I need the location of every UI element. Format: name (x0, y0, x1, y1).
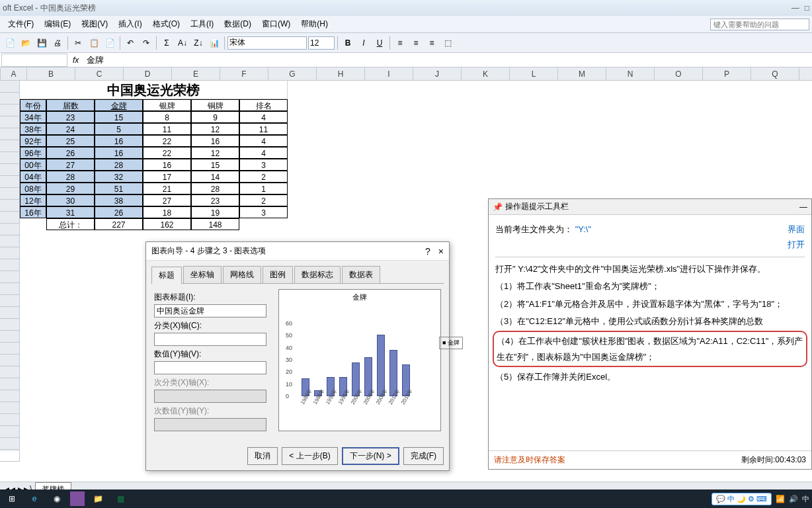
paste-icon[interactable]: 📄 (102, 36, 117, 50)
minimize-icon[interactable]: — (792, 3, 799, 13)
col-header-Q[interactable]: Q (751, 67, 799, 80)
tab-legend[interactable]: 图例 (263, 266, 293, 283)
print-icon[interactable]: 🖨 (50, 36, 65, 50)
data-cell[interactable]: 3 (239, 206, 288, 218)
total-cell[interactable]: 162 (143, 218, 191, 230)
sort-desc-icon[interactable]: Z↓ (191, 36, 206, 50)
row-header[interactable] (0, 271, 20, 283)
row-header[interactable] (0, 212, 20, 224)
data-cell[interactable]: 38年 (20, 123, 46, 135)
menu-file[interactable]: 文件(F) (3, 17, 39, 32)
dialog-help-icon[interactable]: ? (425, 246, 430, 257)
menu-view[interactable]: 视图(V) (76, 17, 113, 32)
merge-icon[interactable]: ⬚ (440, 36, 455, 50)
data-cell[interactable]: 4 (239, 147, 288, 159)
font-name-select[interactable] (227, 36, 307, 50)
start-icon[interactable]: ⊞ (3, 491, 21, 507)
col-header-P[interactable]: P (703, 67, 751, 80)
chart-title-input[interactable] (154, 304, 266, 318)
bold-icon[interactable]: B (341, 36, 355, 50)
row-header[interactable] (0, 200, 20, 212)
ime-badge[interactable]: 中 (802, 494, 809, 504)
row-header[interactable] (0, 450, 20, 462)
header-cell[interactable]: 银牌 (143, 99, 191, 111)
col-header-B[interactable]: B (27, 67, 75, 80)
header-cell[interactable]: 排名 (239, 99, 288, 111)
col-header-I[interactable]: I (365, 67, 413, 80)
data-cell[interactable]: 38 (95, 194, 143, 206)
data-cell[interactable]: 1 (239, 183, 288, 194)
data-cell[interactable]: 92年 (20, 135, 46, 147)
help-search-input[interactable] (710, 19, 809, 30)
data-cell[interactable]: 2 (239, 171, 288, 183)
data-cell[interactable]: 12 (191, 123, 239, 135)
data-cell[interactable]: 2 (239, 194, 288, 206)
col-header-E[interactable]: E (172, 67, 220, 80)
header-cell[interactable]: 年份 (20, 99, 46, 111)
row-header[interactable] (0, 140, 20, 152)
tab-gridlines[interactable]: 网格线 (223, 266, 261, 283)
data-cell[interactable]: 15 (191, 159, 239, 171)
data-cell[interactable]: 27 (143, 194, 191, 206)
menu-insert[interactable]: 插入(I) (113, 17, 147, 32)
row-header[interactable] (0, 331, 20, 343)
tab-axes[interactable]: 坐标轴 (183, 266, 222, 283)
data-cell[interactable]: 16 (95, 147, 143, 159)
row-header[interactable] (0, 116, 20, 128)
row-header[interactable] (0, 93, 20, 105)
row-header[interactable] (0, 414, 20, 426)
chrome-icon[interactable]: ◉ (48, 491, 66, 507)
data-cell[interactable]: 11 (143, 123, 191, 135)
cut-icon[interactable]: ✂ (71, 36, 85, 50)
italic-icon[interactable]: I (356, 36, 371, 50)
x-axis-input[interactable] (154, 333, 266, 346)
row-header[interactable] (0, 81, 20, 93)
font-size-select[interactable] (308, 36, 335, 50)
data-cell[interactable]: 5 (95, 123, 143, 135)
data-cell[interactable]: 29 (46, 183, 95, 194)
tab-datalabels[interactable]: 数据标志 (294, 266, 341, 283)
row-header[interactable] (0, 247, 20, 259)
data-cell[interactable]: 14 (191, 171, 239, 183)
save-icon[interactable]: 💾 (34, 36, 49, 50)
underline-icon[interactable]: U (372, 36, 387, 50)
row-header[interactable] (0, 128, 20, 140)
folder-icon[interactable]: 📁 (89, 491, 107, 507)
row-header[interactable] (0, 343, 20, 355)
data-cell[interactable]: 30 (46, 194, 95, 206)
row-header[interactable] (0, 283, 20, 295)
row-header[interactable] (0, 295, 20, 307)
excel-icon[interactable]: ▦ (111, 491, 130, 507)
row-header[interactable] (0, 390, 20, 402)
menu-window[interactable]: 窗口(W) (257, 17, 296, 32)
panel-minimize-icon[interactable]: — (799, 202, 807, 212)
data-cell[interactable]: 27 (46, 159, 95, 171)
name-box[interactable] (1, 54, 67, 67)
data-cell[interactable]: 11 (239, 123, 288, 135)
finish-button[interactable]: 完成(F) (403, 447, 444, 465)
col-header-J[interactable]: J (413, 67, 462, 80)
row-header[interactable] (0, 105, 20, 116)
ime-indicator[interactable]: 💬 中 🌙 ⚙ ⌨ (711, 493, 772, 505)
data-cell[interactable]: 15 (95, 111, 143, 123)
col-header-A[interactable]: A (1, 67, 27, 80)
data-cell[interactable]: 22 (143, 135, 191, 147)
app-icon[interactable] (70, 491, 85, 506)
header-cell[interactable]: 金牌 (95, 99, 143, 111)
edge-icon[interactable]: e (25, 491, 44, 507)
panel-link-ui[interactable]: 界面 (788, 222, 805, 237)
row-header[interactable] (0, 402, 20, 414)
data-cell[interactable]: 23 (191, 194, 239, 206)
total-cell[interactable]: 227 (95, 218, 143, 230)
data-cell[interactable]: 26 (46, 147, 95, 159)
col-header-O[interactable]: O (655, 67, 703, 80)
dialog-close-icon[interactable]: × (438, 246, 444, 257)
data-cell[interactable]: 12 (191, 147, 239, 159)
row-header[interactable] (0, 259, 20, 271)
menu-tools[interactable]: 工具(I) (185, 17, 219, 32)
col-header-N[interactable]: N (606, 67, 655, 80)
wifi-icon[interactable]: 📶 (776, 495, 785, 503)
row-header[interactable] (0, 188, 20, 200)
fx-icon[interactable]: fx (67, 56, 84, 65)
undo-icon[interactable]: ↶ (123, 36, 138, 50)
